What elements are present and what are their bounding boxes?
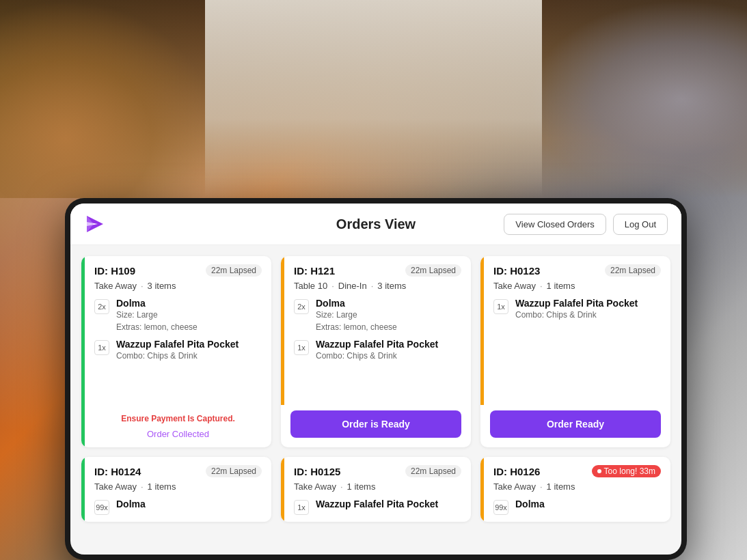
item-name: Wazzup Falafel Pita Pocket (515, 298, 661, 309)
item-name: Wazzup Falafel Pita Pocket (116, 339, 262, 350)
list-item: 1x Wazzup Falafel Pita Pocket Combo: Chi… (94, 339, 262, 362)
dot-sep: · (331, 281, 334, 291)
time-badge: 22m Lapsed (405, 465, 461, 477)
order-content: ID: H0125 22m Lapsed Take Away · 1 items… (284, 457, 471, 522)
item-name: Dolma (116, 298, 262, 309)
order-id: ID: H109 (94, 265, 135, 277)
order-card-h121: ID: H121 22m Lapsed Table 10 · Dine-In ·… (281, 256, 471, 447)
order-item-count: 3 items (377, 281, 406, 291)
chef-body-center (205, 0, 542, 198)
app-header: Orders View View Closed Orders Log Out (70, 204, 681, 245)
list-item: 1x Wazzup Falafel Pita Pocket (294, 499, 461, 515)
order-item-count: 1 items (148, 481, 176, 492)
dot-sep: · (340, 481, 343, 492)
list-item: 99x Dolma (94, 499, 262, 515)
list-item: 2x Dolma Size: Large Extras: lemon, chee… (94, 298, 262, 333)
dot-sep: · (141, 281, 144, 291)
chef-scene-right (528, 0, 747, 198)
order-id: ID: H0126 (493, 466, 540, 477)
item-details: Wazzup Falafel Pita Pocket (316, 499, 461, 515)
order-header: ID: H109 22m Lapsed (94, 264, 262, 277)
item-qty: 2x (94, 299, 109, 314)
log-out-button[interactable]: Log Out (613, 214, 668, 235)
item-details: Dolma (116, 499, 262, 515)
order-header: ID: H0126 Too long! 33m (493, 465, 661, 477)
order-type-label: Take Away (94, 481, 137, 492)
order-card-h0124: ID: H0124 22m Lapsed Take Away · 1 items… (81, 457, 271, 522)
item-details: Dolma (515, 499, 661, 515)
order-items: 99x Dolma (493, 499, 661, 515)
item-name: Wazzup Falafel Pita Pocket (316, 339, 461, 350)
list-item: 2x Dolma Size: Large Extras: lemon, chee… (294, 298, 461, 333)
list-item: 1x Wazzup Falafel Pita Pocket Combo: Chi… (294, 339, 461, 362)
item-qty: 1x (294, 500, 309, 515)
order-content: ID: H0126 Too long! 33m Take Away · 1 it… (484, 457, 670, 522)
order-card-inner: ID: H109 22m Lapsed Take Away · 3 items … (81, 256, 271, 447)
logo-area (84, 213, 106, 235)
header-actions: View Closed Orders Log Out (504, 214, 668, 235)
order-id: ID: H0123 (493, 265, 540, 277)
time-badge: 22m Lapsed (206, 264, 262, 277)
item-sub: Combo: Chips & Drink (316, 350, 461, 362)
order-type: Take Away · 3 items (94, 281, 262, 291)
app-logo-icon (84, 213, 106, 235)
order-ready-button[interactable]: Order Ready (490, 410, 661, 438)
time-label: Too long! 33m (604, 466, 655, 476)
order-type-label: Table 10 (294, 281, 327, 291)
item-details: Wazzup Falafel Pita Pocket Combo: Chips … (116, 339, 262, 362)
item-sub: Combo: Chips & Drink (515, 309, 661, 321)
list-item: 99x Dolma (493, 499, 661, 515)
red-dot-icon (597, 469, 601, 473)
order-items: 1x Wazzup Falafel Pita Pocket Combo: Chi… (493, 298, 661, 397)
order-type: Take Away · 1 items (493, 281, 661, 291)
order-card-inner: ID: H0123 22m Lapsed Take Away · 1 items… (480, 256, 670, 405)
order-content: ID: H121 22m Lapsed Table 10 · Dine-In ·… (284, 256, 471, 405)
order-item-count: 1 items (347, 481, 376, 492)
order-card-h0126: ID: H0126 Too long! 33m Take Away · 1 it… (480, 457, 670, 522)
item-sub: Size: Large Extras: lemon, cheese (116, 309, 262, 333)
item-name: Dolma (316, 298, 461, 309)
item-name: Dolma (515, 499, 661, 509)
item-sub: Combo: Chips & Drink (116, 350, 262, 362)
order-type-label: Take Away (493, 481, 536, 492)
time-badge-red: Too long! 33m (592, 465, 661, 477)
order-item-count: 1 items (547, 281, 575, 291)
item-qty: 1x (94, 340, 109, 355)
order-card-h109: ID: H109 22m Lapsed Take Away · 3 items … (81, 256, 271, 447)
order-header: ID: H0125 22m Lapsed (294, 465, 461, 477)
order-collected-label: Order Collected (94, 429, 262, 439)
dot-sep: · (371, 281, 374, 291)
payment-warning: Ensure Payment Is Captured. (94, 414, 262, 423)
order-type: Take Away · 1 items (294, 481, 461, 492)
order-items: 1x Wazzup Falafel Pita Pocket (294, 499, 461, 515)
item-qty: 99x (493, 500, 508, 515)
order-card-inner: ID: H121 22m Lapsed Table 10 · Dine-In ·… (281, 256, 471, 405)
order-content: ID: H109 22m Lapsed Take Away · 3 items … (85, 256, 271, 447)
order-header: ID: H0124 22m Lapsed (94, 465, 262, 477)
item-details: Wazzup Falafel Pita Pocket Combo: Chips … (316, 339, 461, 362)
item-qty: 1x (294, 340, 309, 355)
order-id: ID: H121 (294, 265, 335, 277)
order-items: 99x Dolma (94, 499, 262, 515)
order-type: Take Away · 1 items (493, 481, 661, 492)
time-badge: 22m Lapsed (206, 465, 262, 477)
chef-scene-left (0, 0, 219, 198)
order-type-label: Take Away (94, 281, 137, 291)
tablet-device: Orders View View Closed Orders Log Out I… (65, 198, 687, 560)
order-id: ID: H0124 (94, 466, 141, 477)
dot-sep: · (141, 481, 144, 492)
orders-grid: ID: H109 22m Lapsed Take Away · 3 items … (70, 245, 681, 555)
tablet-screen: Orders View View Closed Orders Log Out I… (70, 204, 681, 555)
order-card-h0125: ID: H0125 22m Lapsed Take Away · 1 items… (281, 457, 471, 522)
order-item-count: 3 items (148, 281, 176, 291)
time-badge: 22m Lapsed (605, 264, 661, 277)
order-is-ready-button[interactable]: Order is Ready (290, 410, 461, 438)
item-qty: 99x (94, 500, 109, 515)
item-name: Wazzup Falafel Pita Pocket (316, 499, 461, 509)
item-details: Dolma Size: Large Extras: lemon, cheese (116, 298, 262, 333)
order-header: ID: H0123 22m Lapsed (493, 264, 661, 277)
view-closed-orders-button[interactable]: View Closed Orders (504, 214, 606, 235)
order-type-label: Take Away (294, 481, 336, 492)
item-qty: 1x (493, 299, 508, 314)
order-item-count: 1 items (547, 481, 575, 492)
